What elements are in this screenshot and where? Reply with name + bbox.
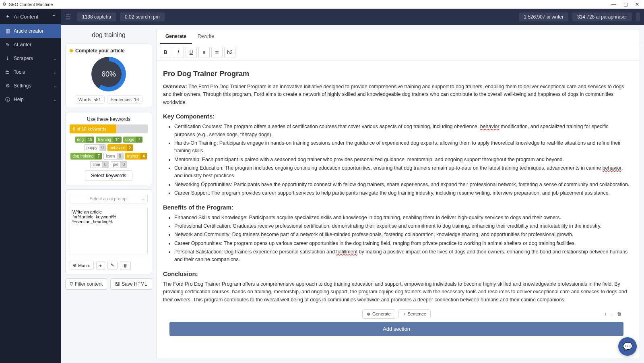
progress-ring: 60% — [91, 57, 126, 91]
search-rpm-pill[interactable]: 0.02 search rpm — [120, 12, 165, 21]
globe-icon: ⊛ — [367, 311, 370, 317]
editor-content[interactable]: Pro Dog Trainer Program Overview: The Fo… — [157, 61, 640, 359]
plus-icon: + — [99, 263, 102, 268]
heading-conclusion: Conclusion: — [163, 270, 630, 277]
macro-button[interactable]: ⊕Macro — [70, 261, 94, 270]
filter-icon: ▽ — [70, 281, 73, 287]
keywords-progress-bar: 6 of 10 keywords — [70, 124, 148, 133]
keywords-title: Use these keywords — [70, 116, 148, 122]
sidebar-item-article-creator[interactable]: ▥Article creator — [0, 24, 61, 38]
section-actions: ⊛Generate +Sentence ↑ ↓ 🗑 — [163, 306, 630, 322]
filter-content-button[interactable]: ▽Filter content — [65, 278, 107, 290]
ai-paraphraser-pill[interactable]: 314,728 ai paraphraser — [572, 12, 632, 21]
chevron-down-icon: ⌄ — [53, 97, 56, 102]
maximize-icon[interactable]: ▢ — [623, 2, 628, 7]
progress-percent: 60% — [96, 61, 122, 87]
chevron-down-icon: ⌄ — [53, 70, 56, 75]
captcha-pill[interactable]: 1138 captcha — [77, 12, 116, 21]
info-icon: ⓘ — [5, 96, 10, 103]
chart-icon: ▥ — [5, 28, 10, 34]
briefcase-icon: 🗀 — [5, 69, 10, 75]
pencil-icon: ✎ — [111, 263, 114, 268]
keyword-tag[interactable]: behavior2 — [107, 144, 133, 151]
chevron-down-icon: ⌄ — [53, 56, 56, 61]
italic-button[interactable]: I — [173, 47, 184, 58]
heading-benefits: Benefits of the Program: — [163, 204, 630, 211]
numbered-list-button[interactable]: ≣ — [211, 47, 223, 58]
bullet-list-button[interactable]: ≡ — [198, 47, 210, 58]
ai-writer-pill[interactable]: 1,526,907 ai writer — [519, 12, 568, 21]
sentences-stat: Sentences 16 — [107, 95, 142, 104]
add-button[interactable]: + — [96, 261, 105, 270]
sidebar-header-ai-content[interactable]: ✦AI Content ⌃ — [0, 9, 61, 24]
sidebar-item-tools[interactable]: 🗀Tools ⌄ — [0, 65, 61, 79]
keyword-tag[interactable]: time0 — [90, 161, 109, 168]
sidebar-item-ai-writer[interactable]: ✎AI writer — [0, 38, 61, 52]
chevron-down-icon: ⌄ — [53, 84, 56, 88]
status-dot-icon — [70, 49, 73, 52]
close-icon[interactable]: ✕ — [635, 2, 639, 7]
delete-section-icon[interactable]: 🗑 — [617, 311, 622, 317]
article-title: Pro Dog Trainer Program — [163, 70, 630, 78]
sentence-button[interactable]: +Sentence — [398, 309, 431, 318]
chat-icon: 💬 — [623, 342, 633, 351]
prompt-textarea[interactable] — [70, 207, 148, 255]
topbar-extra-pill[interactable] — [636, 12, 640, 21]
move-up-icon[interactable]: ↑ — [604, 311, 607, 317]
sidebar-item-settings[interactable]: ⚙Settings ⌄ — [0, 79, 61, 93]
plus-icon: + — [403, 311, 405, 316]
sidebar-item-help[interactable]: ⓘHelp ⌄ — [0, 93, 61, 106]
heading-key-components: Key Components: — [163, 113, 630, 120]
generate-button[interactable]: ⊛Generate — [362, 309, 395, 319]
keyword-tag[interactable]: dogs7 — [123, 137, 142, 143]
keyword-tag[interactable]: dog19 — [75, 137, 95, 143]
topbar: ☰ 1138 captcha 0.02 search rpm 1,526,907… — [61, 9, 644, 25]
keyword-tag[interactable]: trainer4 — [125, 153, 147, 160]
select-keywords-button[interactable]: Select keywords — [85, 170, 132, 181]
app-title: SEO Content Machine — [9, 2, 53, 7]
chevron-up-icon: ⌃ — [52, 14, 56, 20]
keyword-tag[interactable]: pet0 — [111, 161, 127, 168]
delete-button[interactable]: 🗑 — [120, 261, 131, 270]
keyword-tag[interactable]: training14 — [96, 137, 122, 143]
move-down-icon[interactable]: ↓ — [611, 311, 613, 317]
keyword-tag[interactable]: puppy0 — [84, 144, 106, 151]
keyword-tag[interactable]: dog training7 — [70, 153, 102, 160]
add-section-button[interactable]: Add section — [169, 322, 623, 336]
plus-circle-icon: ⊕ — [73, 263, 76, 268]
minimize-icon[interactable]: — — [611, 2, 616, 7]
pencil-icon: ✎ — [5, 42, 10, 48]
prompt-card: Select an ai prompt ⊕Macro + ✎ 🗑 — [65, 189, 152, 274]
tab-generate[interactable]: Generate — [160, 29, 192, 44]
words-stat: Words 551 — [75, 95, 105, 104]
app-icon: ⚙ — [2, 2, 6, 7]
download-icon: ⤓ — [5, 56, 10, 61]
keyword-tag[interactable]: learn0 — [103, 153, 124, 160]
scrollbar[interactable] — [640, 25, 644, 363]
menu-icon[interactable]: ☰ — [65, 13, 71, 21]
h2-button[interactable]: h2 — [224, 47, 235, 58]
sidebar-item-scrapers[interactable]: ⤓Scrapers ⌄ — [0, 52, 61, 65]
keywords-card: Use these keywords 6 of 10 keywords dog1… — [65, 112, 152, 185]
progress-card: Complete your article 60% Words 551 Sent… — [65, 44, 152, 108]
project-title: dog training — [65, 29, 152, 39]
tab-rewrite[interactable]: Rewrite — [192, 29, 220, 44]
save-html-button[interactable]: 🖫Save HTML — [110, 278, 152, 290]
bold-button[interactable]: B — [160, 47, 171, 58]
chat-fab[interactable]: 💬 — [618, 337, 637, 356]
edit-button[interactable]: ✎ — [107, 261, 118, 270]
gear-icon: ⚙ — [5, 83, 10, 89]
underline-button[interactable]: U — [186, 47, 197, 58]
window-titlebar: ⚙ SEO Content Machine — ▢ ✕ — [0, 0, 644, 9]
trash-icon: 🗑 — [123, 263, 128, 268]
prompt-select[interactable]: Select an ai prompt — [70, 194, 148, 203]
editor-toolbar: B I U ≡ ≣ h2 — [157, 44, 640, 61]
sidebar: ✦AI Content ⌃ ▥Article creator ✎AI write… — [0, 9, 61, 363]
save-icon: 🖫 — [115, 281, 120, 287]
editor-pane: Generate Rewrite B I U ≡ ≣ h2 Pro Dog Tr… — [156, 25, 640, 363]
sparkle-icon: ✦ — [5, 14, 10, 19]
left-pane: dog training Complete your article 60% W… — [61, 25, 156, 363]
keyword-tags: dog19training14dogs7puppy0behavior2dog t… — [70, 137, 148, 168]
